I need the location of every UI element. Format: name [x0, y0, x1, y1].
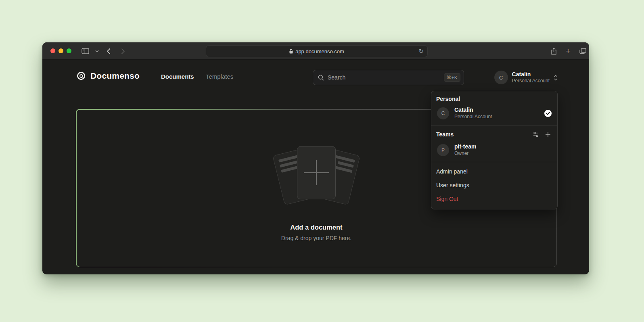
account-menu-button[interactable]: C Catalin Personal Account [494, 70, 558, 85]
menu-actions: Admin panel User settings Sign Out [431, 162, 557, 209]
nav-templates[interactable]: Templates [206, 73, 233, 80]
personal-account-name: Catalin [454, 107, 539, 113]
address-bar[interactable]: app.documenso.com ↻ [206, 45, 428, 57]
document-card-center [297, 146, 336, 199]
plus-icon [304, 160, 329, 185]
sidebar-icon [82, 48, 89, 54]
menu-item-admin-panel[interactable]: Admin panel [431, 165, 557, 178]
plus-icon [545, 132, 551, 137]
search-placeholder: Search [328, 74, 440, 81]
plus-icon: + [566, 46, 571, 56]
avatar: C [437, 107, 449, 119]
search-icon [318, 75, 324, 81]
new-tab-button[interactable]: + [563, 42, 573, 60]
sidebar-chevron-button[interactable] [93, 42, 100, 60]
brand-name: Documenso [90, 71, 140, 81]
selected-check-icon [544, 110, 552, 117]
reload-button[interactable]: ↻ [418, 48, 424, 55]
url-text: app.documenso.com [295, 48, 344, 54]
traffic-lights [50, 48, 71, 53]
personal-section: Personal C Catalin Personal Account [431, 91, 557, 125]
lock-icon [289, 49, 293, 54]
forward-button[interactable] [118, 42, 128, 60]
chevron-left-icon [107, 48, 111, 54]
search-shortcut-badge: ⌘+K [444, 73, 460, 82]
document-stack-icon [274, 145, 359, 206]
zoom-window-button[interactable] [67, 48, 71, 53]
chevron-down-icon [95, 50, 99, 52]
team-item[interactable]: P pit-team Owner [436, 143, 552, 157]
documenso-logo-icon [76, 71, 86, 81]
avatar: P [437, 144, 449, 156]
chevron-up-down-icon [554, 75, 558, 81]
personal-section-label: Personal [436, 96, 552, 102]
teams-section-label: Teams [436, 131, 454, 138]
personal-account-type: Personal Account [454, 114, 539, 120]
sliders-icon [533, 131, 539, 138]
search-input[interactable]: Search ⌘+K [313, 70, 464, 85]
account-dropdown-menu: Personal C Catalin Personal Account [431, 91, 558, 209]
manage-teams-button[interactable] [531, 130, 540, 139]
create-team-button[interactable] [544, 130, 552, 139]
close-window-button[interactable] [50, 48, 55, 53]
share-button[interactable] [548, 42, 559, 60]
chevron-right-icon [121, 48, 125, 54]
personal-account-item[interactable]: C Catalin Personal Account [436, 107, 552, 120]
tabs-icon [579, 48, 586, 54]
browser-window: app.documenso.com ↻ + [42, 42, 589, 274]
menu-item-sign-out[interactable]: Sign Out [431, 192, 557, 206]
account-type: Personal Account [512, 78, 550, 84]
dropzone-subtitle: Drag & drop your PDF here. [281, 235, 351, 241]
teams-section: Teams [431, 125, 557, 162]
page-content: Documenso Documents Templates Search ⌘+K… [42, 60, 589, 274]
dropzone-title: Add a document [290, 224, 342, 231]
app-header: Documenso Documents Templates Search ⌘+K… [42, 70, 589, 86]
team-name: pit-team [454, 143, 552, 150]
share-icon [551, 48, 557, 55]
team-role: Owner [454, 151, 552, 157]
avatar: C [494, 71, 508, 84]
account-name: Catalin [512, 71, 550, 78]
minimize-window-button[interactable] [59, 48, 63, 53]
menu-item-user-settings[interactable]: User settings [431, 178, 557, 192]
nav-documents[interactable]: Documents [161, 73, 194, 80]
sidebar-toggle-button[interactable] [80, 42, 90, 60]
tab-overview-button[interactable] [577, 42, 588, 60]
browser-toolbar: app.documenso.com ↻ + [42, 42, 589, 60]
back-button[interactable] [104, 42, 113, 60]
brand[interactable]: Documenso [76, 71, 140, 81]
